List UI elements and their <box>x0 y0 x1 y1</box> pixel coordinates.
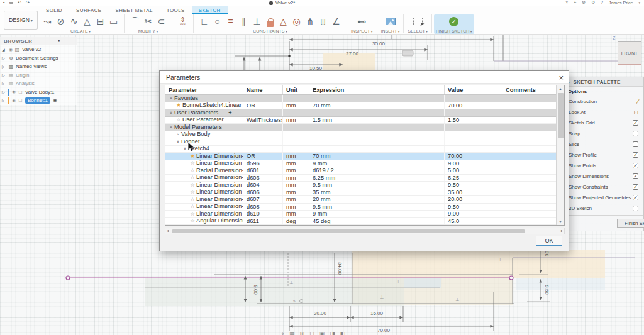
checkbox-show-profile[interactable]: ✓ <box>633 152 638 158</box>
param-comments[interactable] <box>502 204 557 211</box>
param-row[interactable]: ☆Linear Dimension-11d608mm9.5 mm9.50 <box>165 204 557 211</box>
param-expression[interactable]: 1.5 mm <box>309 117 445 124</box>
param-expression[interactable] <box>309 146 445 153</box>
favorite-star-icon[interactable]: ☆ <box>189 204 196 211</box>
perpendicular-constraint-icon[interactable]: ⊥ <box>250 14 264 28</box>
checkbox-sketch-grid[interactable]: ✓ <box>633 120 638 126</box>
param-row[interactable]: ∨Sketch4 <box>165 146 557 153</box>
document-tab[interactable]: Valve v2* <box>269 0 295 6</box>
favorite-star-icon[interactable]: ☆ <box>189 218 196 225</box>
param-comments[interactable] <box>502 95 557 102</box>
activate-component-radio[interactable]: ◉ <box>53 97 57 103</box>
horizontal-scroll-thumb[interactable] <box>172 229 525 233</box>
offset-icon[interactable]: ⊂ <box>155 14 168 28</box>
column-header-value[interactable]: Value <box>445 85 502 94</box>
param-row[interactable]: ★Linear Dimension-2ORmm70 mm70.00 <box>165 153 557 160</box>
navigation-bar[interactable]: ⌖▦⊞◻▣◨◧ <box>281 331 345 335</box>
column-header-unit[interactable]: Unit <box>283 85 309 94</box>
workspace-selector[interactable]: DESIGN <box>4 11 38 30</box>
measure-icon[interactable]: ⊷ <box>355 14 369 28</box>
param-row[interactable]: ☆Linear Dimension-10d607mm20 mm20.00 <box>165 196 557 204</box>
tangent-constraint-icon[interactable]: ∠ <box>330 14 343 28</box>
horizontal-scrollbar[interactable]: ◂ ▸ <box>165 228 565 234</box>
param-expression[interactable]: 45 deg <box>309 218 445 225</box>
param-comments[interactable] <box>502 182 557 189</box>
tree-twisty-icon[interactable]: ∨ <box>168 95 174 102</box>
equal-constraint-icon[interactable]: = <box>224 14 237 28</box>
finish-sketch-button[interactable]: Finish Sketch <box>617 219 644 228</box>
param-expression[interactable]: 9 mm <box>309 160 445 167</box>
browser-item-bonnet-1[interactable]: ▷◉□Bonnet:1◉ <box>0 96 77 105</box>
param-comments[interactable] <box>502 131 557 138</box>
midpoint-constraint-icon[interactable]: △ <box>277 14 290 28</box>
param-comments[interactable] <box>502 124 557 131</box>
tree-twisty-icon[interactable]: › <box>175 131 181 138</box>
viewport-icon[interactable]: ◧ <box>340 331 346 335</box>
param-row[interactable]: ☆Angular Dimension-2d611deg45 deg45.0 <box>165 218 557 226</box>
param-group-row[interactable]: ∨Favorites <box>165 95 557 102</box>
fix-lock-icon[interactable] <box>267 21 274 27</box>
visibility-eye-icon[interactable]: ◉ <box>8 47 14 52</box>
param-comments[interactable] <box>502 189 557 196</box>
column-header-expression[interactable]: Expression <box>309 85 445 94</box>
construction-icon[interactable]: ∕ <box>637 98 638 105</box>
grid-settings-icon[interactable]: ◨ <box>330 331 335 335</box>
favorite-star-icon[interactable]: ☆ <box>189 211 196 217</box>
favorite-star-icon[interactable]: ☆ <box>189 175 196 182</box>
param-group-row[interactable]: ∨User Parameters+ <box>165 109 557 117</box>
titlebar-left-icons[interactable]: ▪▭↶↷ <box>3 0 34 5</box>
add-parameter-icon[interactable]: + <box>228 109 231 116</box>
ok-button[interactable]: OK <box>536 236 562 246</box>
save-icon[interactable]: ▭ <box>9 0 13 4</box>
tab-solid[interactable]: SOLID <box>39 6 69 14</box>
favorite-star-icon[interactable]: ☆ <box>189 182 196 189</box>
select-box-icon[interactable] <box>413 18 423 25</box>
scroll-up-icon[interactable]: ▲ <box>557 85 564 92</box>
rectangle-icon[interactable]: ▭ <box>107 14 120 28</box>
help-icon[interactable]: ? <box>601 0 603 5</box>
scroll-right-icon[interactable]: ▸ <box>561 228 563 234</box>
param-row[interactable]: ☆Linear Dimension-3d596mm9 mm9.00 <box>165 160 557 168</box>
checkbox-3d-sketch[interactable] <box>633 206 638 211</box>
browser-item-analysis[interactable]: ▷▦Analysis <box>0 79 77 88</box>
scroll-left-icon[interactable]: ◂ <box>167 228 169 234</box>
favorite-star-icon[interactable]: ☆ <box>189 167 196 174</box>
display-settings-icon[interactable]: ▣ <box>319 331 325 335</box>
line-icon[interactable]: ↝ <box>41 14 54 28</box>
browser-item-named-views[interactable]: ▷▦Named Views <box>0 62 77 71</box>
fillet-icon[interactable]: ⌒ <box>128 14 142 28</box>
visibility-eye-icon[interactable]: ◉ <box>11 89 17 94</box>
parallel-constraint-icon[interactable]: ∥ <box>237 14 250 28</box>
orbit-icon[interactable]: ⌖ <box>281 331 284 335</box>
zoom-icon[interactable]: ⊞ <box>300 331 305 335</box>
expand-arrow-icon[interactable]: ▷ <box>2 56 8 60</box>
vertical-scrollbar[interactable]: ▲ ▼ <box>556 85 564 225</box>
param-comments[interactable] <box>502 138 557 145</box>
param-row[interactable]: ☆Radial Dimension-2d601mmd619 / 25.00 <box>165 167 557 175</box>
redo-icon[interactable]: ↷ <box>26 0 30 4</box>
checkbox-snap[interactable] <box>633 131 638 136</box>
param-expression[interactable]: 9.5 mm <box>309 204 445 211</box>
favorite-star-icon[interactable]: ☆ <box>175 117 182 124</box>
notifications-icon[interactable]: ⊚ <box>582 0 586 5</box>
browser-item-origin[interactable]: ▷▦Origin <box>0 71 77 80</box>
param-expression[interactable]: 6.25 mm <box>309 175 445 182</box>
param-expression[interactable] <box>309 109 445 116</box>
param-row[interactable]: ›Valve Body <box>165 131 557 139</box>
checkbox-show-dimensions[interactable]: ✓ <box>633 173 638 179</box>
param-row[interactable]: ∨Bonnet <box>165 138 557 146</box>
expand-arrow-icon[interactable]: ▷ <box>2 73 8 77</box>
expand-arrow-icon[interactable]: ▷ <box>2 64 8 69</box>
tab-sketch[interactable]: SKETCH <box>192 6 228 14</box>
look-at-icon[interactable]: ⊡ <box>633 109 638 116</box>
favorite-star-icon[interactable]: ★ <box>175 102 182 109</box>
expand-arrow-icon[interactable]: ◢ <box>2 47 8 52</box>
spline-icon[interactable]: ∿ <box>67 14 80 28</box>
param-comments[interactable] <box>502 211 557 217</box>
param-expression[interactable]: d619 / 2 <box>309 167 445 174</box>
trim-icon[interactable]: ✂ <box>142 14 155 28</box>
param-comments[interactable] <box>502 160 557 167</box>
column-header-comments[interactable]: Comments <box>502 85 564 94</box>
favorite-star-icon[interactable]: ☆ <box>189 160 196 167</box>
add-tab-icon[interactable]: + <box>574 0 576 5</box>
